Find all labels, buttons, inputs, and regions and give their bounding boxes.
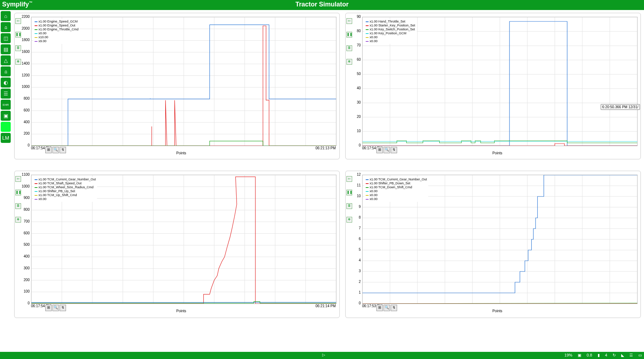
sidebar-item-pulse[interactable]: ⩍ — [1, 66, 11, 76]
y-tick: 11 — [349, 183, 361, 187]
cpu-freq: 0.8 — [587, 353, 592, 357]
legend: x1.00 TCM_Current_Gear_Number_Outx1.00 S… — [364, 177, 428, 202]
chart-tool-2[interactable]: ↯ — [60, 305, 66, 311]
y-tick: 200 — [17, 131, 30, 135]
y-tick: 400 — [17, 120, 30, 124]
sidebar-item-monitor[interactable]: ⩍ — [1, 22, 11, 32]
y-tick: 0 — [349, 143, 361, 147]
y-tick: 2 — [349, 280, 361, 284]
back-arrow-button[interactable]: ⇦ — [15, 176, 21, 182]
y-tick: 1000 — [17, 85, 30, 89]
sidebar-item-home[interactable]: ⌂ — [1, 11, 11, 21]
y-tick: 10 — [349, 194, 361, 198]
y-tick: 2200 — [17, 15, 30, 19]
sidebar-item-gauge[interactable]: ◐ — [1, 78, 11, 88]
hover-tooltip: 6:20:50.366 PM 12/31/ — [601, 104, 640, 110]
pause-button[interactable]: ❚❚ — [15, 190, 21, 195]
window-icon: ▭ — [638, 353, 642, 358]
x-axis-label: Points — [492, 309, 502, 313]
chart-tool-1[interactable]: 🔍 — [384, 305, 390, 311]
y-tick: 400 — [17, 254, 30, 258]
legend-label: x1.00 TCM_Shaft_Speed_Out — [39, 181, 81, 185]
back-arrow-button[interactable]: ⇦ — [346, 18, 352, 24]
y-tick: 20 — [349, 115, 361, 119]
legend-label: x0.00 — [370, 39, 377, 43]
chart-tool-0[interactable]: ⊞ — [376, 147, 383, 153]
y-tick: 0 — [17, 143, 30, 147]
stack-icon: ☰ — [629, 353, 633, 358]
sidebar-item-calendar[interactable]: ☰ — [1, 89, 11, 99]
refresh-icon: ↻ — [613, 353, 616, 358]
y-tick: 60 — [349, 58, 361, 61]
sidebar-item-lm[interactable]: LM — [1, 133, 11, 143]
y-tick: 0 — [349, 301, 361, 305]
y-tick: 6 — [349, 237, 361, 241]
bottom-status-bar: ▷ 19% ▣ 0.8 ▮ 4 ↻ ◣ ☰ ▭ — [0, 352, 644, 359]
y-tick: 8 — [349, 215, 361, 219]
page-title: Tractor Simulator — [0, 1, 644, 8]
y-tick: 90 — [349, 15, 361, 19]
legend-label: x0.00 — [39, 197, 46, 201]
sidebar-item-device[interactable]: ▣ — [1, 111, 11, 121]
y-tick: 50 — [349, 72, 361, 76]
chart-tool-1[interactable]: 🔍 — [52, 305, 59, 311]
chart-tool-0[interactable]: ⊞ — [45, 305, 52, 311]
chart-tool-2[interactable]: ↯ — [391, 305, 397, 311]
battery-count: 4 — [605, 353, 607, 357]
legend-label: x1.00 TCM_Current_Gear_Number_Out — [39, 178, 96, 181]
y-tick: 2000 — [17, 26, 30, 30]
pause-button[interactable]: ❚❚ — [15, 32, 21, 38]
chart-tool-0[interactable]: ⊞ — [45, 147, 52, 153]
battery-icon: ▮ — [598, 353, 600, 358]
legend-label: x1.00 Shifter_PB_Down_Set — [370, 181, 410, 185]
chart-tool-1[interactable]: 🔍 — [384, 147, 390, 153]
x-end-label: 06:21:14 PM — [315, 304, 336, 308]
y-tick: 300 — [17, 266, 30, 270]
y-tick: 1100 — [17, 173, 30, 176]
legend-label: x1.00 Key_Position_GCM — [370, 31, 406, 35]
legend-label: x0.00 — [370, 197, 377, 201]
sidebar-item-signal[interactable]: ◫ — [1, 33, 11, 43]
back-arrow-button[interactable]: ⇦ — [15, 18, 21, 24]
legend-label: x1.00 Engine_Speed_GCM — [39, 20, 78, 23]
y-tick: 600 — [17, 108, 30, 112]
y-tick: 1600 — [17, 50, 30, 54]
legend-label: x1.00 Starter_Key_Position_Set — [370, 24, 415, 27]
y-tick: 70 — [349, 43, 361, 47]
x-axis-label: Points — [176, 151, 186, 155]
y-tick: 80 — [349, 29, 361, 33]
tag-icon: ◣ — [621, 353, 624, 358]
legend-label: x1.00 Engine_Speed_Out — [39, 24, 75, 27]
back-arrow-button[interactable]: ⇦ — [346, 176, 352, 182]
play-icon: ▷ — [322, 353, 325, 357]
sidebar-item-ehr[interactable]: EHR — [1, 100, 11, 110]
legend-label: x1.00 TCM_Down_Shift_Cmd — [370, 185, 412, 189]
chart-bl: ⇦❚❚≣✻01002003004005006007008009001000110… — [14, 171, 340, 318]
legend-label: x1.00 Key_Switch_Position_Set — [370, 28, 415, 31]
cpu-icon: ▣ — [578, 353, 581, 358]
y-tick: 100 — [17, 289, 30, 293]
chart-tool-1[interactable]: 🔍 — [52, 147, 59, 153]
brand-label: Symplify™ — [2, 1, 32, 8]
chart-tool-2[interactable]: ↯ — [60, 147, 66, 153]
legend: x1.00 Engine_Speed_GCMx1.00 Engine_Speed… — [33, 19, 80, 44]
legend-label: x9.00 — [39, 39, 46, 43]
y-tick: 1800 — [17, 38, 30, 42]
sidebar-item-alert[interactable]: △ — [1, 55, 11, 65]
legend-label: x1.00 Engine_Throttle_Cmd — [39, 28, 78, 31]
y-tick: 1200 — [17, 73, 30, 77]
legend-label: x1.00 TCM_Current_Gear_Number_Out — [370, 178, 427, 181]
legend-label: x0.00 — [370, 35, 377, 39]
legend: x1.00 TCM_Current_Gear_Number_Outx1.00 T… — [33, 177, 97, 202]
chart-tool-2[interactable]: ↯ — [391, 147, 397, 153]
y-tick: 200 — [17, 278, 30, 282]
y-tick: 4 — [349, 258, 361, 262]
sidebar-item-report[interactable]: ▤ — [1, 44, 11, 54]
chart-tool-0[interactable]: ⊞ — [376, 305, 383, 311]
y-tick: 7 — [349, 226, 361, 230]
sidebar-item-blank[interactable] — [1, 122, 11, 132]
chart-br: ⇦❚❚≣✻012345678910111206:17:53 PMPoints⊞🔍… — [345, 171, 641, 318]
legend-label: x10.00 — [39, 35, 48, 39]
chart-tr: ⇦❚❚≣✻010203040506070809006:17:54 PMPoint… — [345, 13, 641, 159]
y-tick: 10 — [349, 129, 361, 133]
